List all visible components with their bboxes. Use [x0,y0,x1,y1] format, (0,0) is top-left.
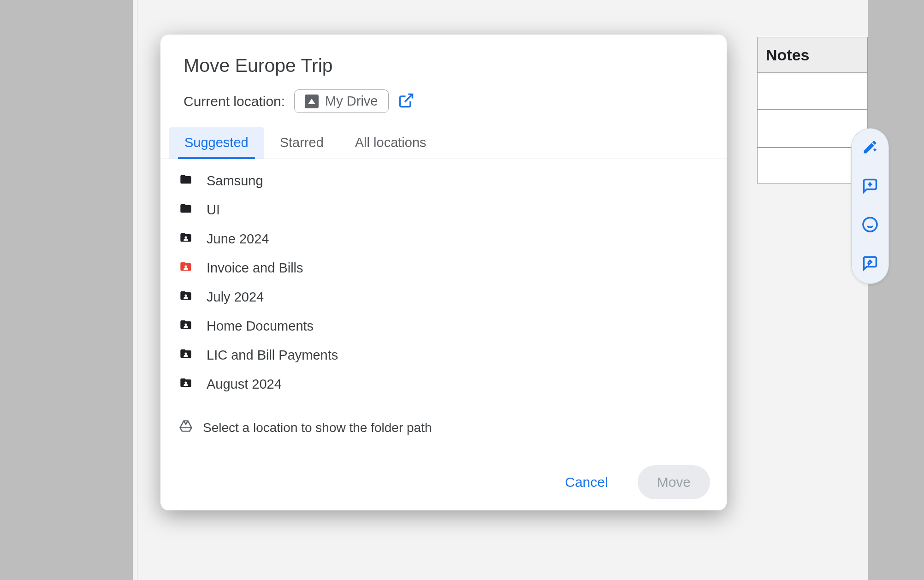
folder-name: July 2024 [207,290,264,305]
hint-text: Select a location to show the folder pat… [203,420,432,435]
move-button[interactable]: Move [638,465,710,499]
svg-point-2 [184,265,187,267]
table-header-notes: Notes [757,37,868,73]
location-label: Current location: [184,94,285,109]
folder-name: Home Documents [207,319,314,334]
svg-point-6 [184,381,187,384]
folder-item[interactable]: Invoice and Bills [174,254,713,283]
dialog-footer: Cancel Move [554,465,710,499]
notes-header-text: Notes [766,46,809,64]
folder-item[interactable]: June 2024 [174,225,713,254]
shared-folder-icon [178,289,194,305]
shared-folder-icon [178,318,194,334]
shared-folder-icon [178,376,194,392]
svg-point-1 [184,236,187,238]
tab-starred[interactable]: Starred [264,127,339,159]
location-chip[interactable]: My Drive [294,89,388,113]
tab-all-locations[interactable]: All locations [339,127,442,159]
emoji-icon[interactable] [862,216,878,235]
move-dialog: Move Europe Trip Current location: My Dr… [160,35,727,510]
hint-row: Select a location to show the folder pat… [160,406,727,449]
folder-name: LIC and Bill Payments [207,348,338,363]
drive-icon [305,95,319,108]
folder-item[interactable]: UI [174,195,713,225]
side-toolbar [851,128,889,284]
drive-outline-icon [179,419,193,436]
add-comment-icon[interactable] [862,178,878,196]
folder-item[interactable]: July 2024 [174,283,713,312]
table-cell[interactable] [757,110,868,148]
svg-line-0 [405,94,413,102]
svg-point-5 [184,352,187,355]
shared-folder-icon [178,231,194,247]
folder-name: Invoice and Bills [207,260,303,276]
table-cell[interactable] [757,73,868,110]
folder-item[interactable]: LIC and Bill Payments [174,341,713,370]
svg-point-4 [184,323,187,326]
folder-item[interactable]: Home Documents [174,312,713,341]
magic-pencil-icon[interactable] [862,139,878,157]
suggest-edit-icon[interactable] [862,255,878,273]
svg-point-3 [184,294,187,296]
tabs: Suggested Starred All locations [160,127,727,159]
svg-point-9 [863,218,877,231]
folder-name: June 2024 [207,231,269,247]
folder-name: Samsung [207,173,263,189]
folder-name: August 2024 [207,377,282,392]
tab-suggested[interactable]: Suggested [169,127,264,159]
folder-item[interactable]: Samsung [174,166,713,195]
folder-icon [178,202,194,218]
folder-icon [178,173,194,189]
shared-folder-icon [178,260,194,276]
folder-name: UI [207,202,220,218]
folder-item[interactable]: August 2024 [174,370,713,399]
open-in-new-icon[interactable] [398,92,415,111]
folder-list: SamsungUIJune 2024Invoice and BillsJuly … [160,159,727,406]
current-location-row: Current location: My Drive [160,89,727,127]
cancel-button[interactable]: Cancel [554,466,619,498]
doc-margin-line [137,0,137,580]
shared-folder-icon [178,347,194,363]
dialog-title: Move Europe Trip [160,35,727,89]
location-chip-text: My Drive [325,94,378,109]
